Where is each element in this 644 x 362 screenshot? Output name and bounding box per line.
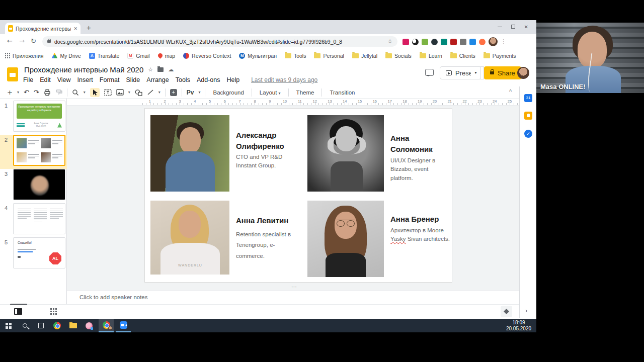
select-tool-active[interactable] [90,88,100,97]
close-window-icon[interactable]: ✕ [524,24,528,30]
bookmark-reverso[interactable]: Reverso Context [183,53,231,59]
bookmark-apps[interactable]: Приложения [5,53,43,59]
new-tab-button[interactable]: + [87,23,91,32]
bookmark-folder-personal[interactable]: Personal [314,53,344,59]
extension-icon[interactable] [460,39,466,45]
slide-thumbnail-5[interactable]: Спасибо! AL [13,237,65,268]
new-slide-button[interactable]: + [7,89,13,96]
menu-arrange[interactable]: Arrange [146,76,169,83]
menu-insert[interactable]: Insert [77,76,93,83]
bookmark-folder-clients[interactable]: Clients [450,53,475,59]
account-avatar[interactable] [517,67,529,79]
photo-anna-brener[interactable] [307,201,384,277]
taskbar-clock[interactable]: 18:0920.05.2020 [503,320,534,331]
transition-button[interactable]: Transition [327,88,358,97]
zoom-icon[interactable] [72,89,79,96]
photo-alexander[interactable] [150,115,229,192]
speaker-notes[interactable]: Click to add speaker notes [67,290,519,304]
minimize-icon[interactable] [498,27,502,27]
extension-icon[interactable] [441,39,447,45]
extension-icon[interactable] [431,39,438,45]
pv-tool[interactable]: Pv [187,89,194,96]
photo-anna-solomonik[interactable] [307,115,384,192]
start-button[interactable] [1,319,16,332]
slide-thumbnail-2[interactable] [13,135,65,166]
taskbar-search[interactable] [17,319,32,332]
menu-edit[interactable]: Edit [40,76,51,83]
menu-view[interactable]: View [57,76,71,83]
taskbar-media-app[interactable] [82,319,97,332]
pv-dropdown-icon[interactable]: ▾ [198,90,200,95]
present-dropdown[interactable]: ▾ [471,66,481,79]
extension-icon[interactable] [403,39,409,45]
new-slide-dropdown-icon[interactable]: ▾ [17,90,19,95]
browser-menu-icon[interactable]: ⋮ [501,38,507,45]
bookmark-map[interactable]: map [158,53,175,59]
task-view-button[interactable] [33,319,48,332]
line-dropdown-icon[interactable]: ▾ [158,90,160,95]
panel-expand-icon[interactable]: › [525,307,527,314]
extension-icon[interactable] [469,39,476,45]
current-slide[interactable]: Александр Олифиренко CTO and VP R&D Inns… [144,108,452,283]
extension-icon[interactable] [422,39,428,45]
bookmark-folder-jellytal[interactable]: Jellytal [352,53,377,59]
insert-placeholder-icon[interactable]: + [170,89,177,96]
person-bio[interactable]: CTO and VP R&D Innstant Group. [236,153,296,170]
text-box-icon[interactable] [104,89,112,96]
grid-view-icon[interactable] [50,308,52,310]
menu-help[interactable]: Help [226,76,239,83]
forward-icon[interactable]: → [19,37,25,45]
notes-resize-handle[interactable]: ⋯ [291,284,297,290]
menu-tools[interactable]: Tools [176,76,190,83]
keep-icon[interactable] [524,112,532,120]
taskbar-zoom-active[interactable] [116,319,131,332]
extension-icon[interactable] [479,39,486,45]
menu-slide[interactable]: Slide [126,76,140,83]
bookmark-folder-socials[interactable]: Socials [385,53,412,59]
taskbar-chrome-active[interactable] [99,319,114,332]
image-dropdown-icon[interactable]: ▾ [128,90,130,95]
menu-file[interactable]: File [23,76,33,83]
slide-thumbnail-4[interactable] [13,203,65,234]
share-button[interactable]: Share [484,66,521,79]
taskbar-explorer[interactable] [65,319,80,332]
shape-icon[interactable] [135,89,142,96]
person-bio[interactable]: UI/UX Designer в Bizzabo, event platform… [390,156,447,183]
browser-profile-avatar[interactable] [489,37,498,46]
paint-format-icon[interactable] [55,89,62,96]
person-name[interactable]: Анна Левитин [236,215,306,226]
layout-button[interactable]: Layout ▾ [257,88,284,97]
person-bio[interactable]: Retention specialist в Tenengroup, e-com… [236,229,301,261]
comment-history-icon[interactable] [425,69,434,76]
browser-tab[interactable]: Прохождение интервью Май 2 ✕ [5,23,80,34]
person-name[interactable]: Александр Олифиренко [236,130,299,152]
bookmark-folder-tools[interactable]: Tools [285,53,306,59]
theme-button[interactable]: Theme [293,88,317,97]
menu-addons[interactable]: Add-ons [197,76,220,83]
extension-icon[interactable] [412,39,419,45]
bookmark-folder-payments[interactable]: Payments [484,53,516,59]
taskbar-chrome[interactable] [49,319,64,332]
tab-close-icon[interactable]: ✕ [73,26,77,31]
maximize-icon[interactable] [511,25,515,29]
move-folder-icon[interactable] [157,67,164,72]
slide-thumbnail-1[interactable]: Прохождение интервью при приеме на работ… [13,101,65,132]
person-name[interactable]: Анна Соломоник [390,133,441,155]
background-button[interactable]: Background [210,88,247,97]
extension-icon[interactable] [450,39,457,45]
slide-thumbnail-3[interactable] [13,169,65,200]
redo-icon[interactable]: ↷ [34,89,39,96]
collapse-menus-icon[interactable]: ^ [509,88,512,95]
tasks-icon[interactable]: ✓ [524,130,532,138]
address-input[interactable]: docs.google.com/presentation/d/1sAS1ULMU… [42,36,397,47]
calendar-icon[interactable]: 31 [524,94,532,102]
star-doc-icon[interactable]: ☆ [148,66,153,73]
bookmark-my-drive[interactable]: My Drive [51,53,80,59]
bookmark-folder-learn[interactable]: Learn [420,53,442,59]
bookmark-translate[interactable]: ATranslate [89,53,119,59]
person-name[interactable]: Анна Бренер [390,214,456,225]
filmstrip-view-icon[interactable] [14,308,22,315]
print-icon[interactable] [44,89,51,96]
menu-format[interactable]: Format [100,76,120,83]
bookmark-star-icon[interactable]: ☆ [387,38,392,45]
